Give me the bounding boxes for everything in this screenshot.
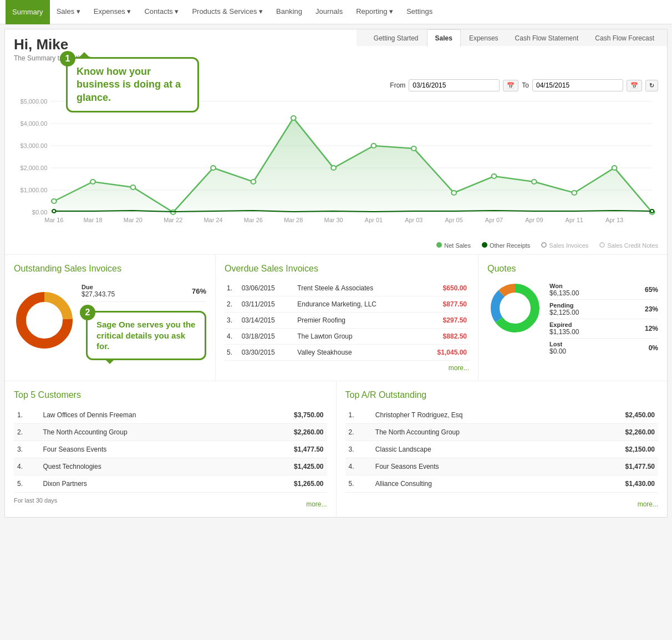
badge-2: 2	[80, 305, 95, 320]
top5-customers-section: Top 5 Customers 1. Law Offices of Dennis…	[5, 381, 337, 517]
row-amount: $1,265.00	[250, 475, 327, 493]
nav-banking[interactable]: Banking	[269, 0, 309, 24]
svg-text:Mar 16: Mar 16	[44, 217, 63, 223]
chart-svg: $5,000.00 $4,000.00 $3,000.00 $2,000.00 …	[14, 96, 658, 229]
legend-other-receipts: Other Receipts	[482, 242, 530, 249]
quotes-won-amount: $6,135.00	[549, 289, 579, 297]
table-row: 3. Classic Landscape $2,150.00	[345, 441, 659, 458]
due-row: Due $27,343.75 76%	[82, 280, 206, 302]
net-sales-dot	[331, 166, 336, 170]
svg-text:$5,000.00: $5,000.00	[21, 99, 48, 104]
tab-getting-started[interactable]: Getting Started	[365, 29, 427, 47]
due-pct: 76%	[187, 287, 206, 295]
top5-customers-title: Top 5 Customers	[14, 390, 327, 400]
invoice-details: Due $27,343.75 76% 2 Sage One serves you…	[82, 280, 206, 360]
row-num: 1.	[14, 407, 39, 424]
net-sales-dot	[411, 146, 416, 151]
from-date-input[interactable]	[409, 79, 500, 91]
invoice-content: Due $27,343.75 76% 2 Sage One serves you…	[14, 280, 206, 360]
quotes-section: Quotes	[478, 255, 667, 381]
nav-summary[interactable]: Summary	[6, 0, 50, 24]
net-sales-dot	[52, 199, 57, 203]
quotes-expired-pct: 12%	[645, 325, 658, 332]
row-amount: $2,260.00	[250, 424, 327, 441]
row-name: Trent Steele & Associates	[295, 280, 419, 296]
quotes-expired-amount: $1,135.00	[549, 328, 579, 336]
chart-legend: Net Sales Other Receipts Sales Invoices …	[14, 242, 658, 249]
quotes-won-label: Won	[549, 283, 579, 289]
overdue-more-link[interactable]: more...	[225, 364, 469, 372]
quotes-won-pct: 65%	[645, 286, 658, 294]
top-ar-more-link[interactable]: more...	[638, 500, 658, 508]
net-sales-dot	[251, 180, 256, 184]
tab-sales[interactable]: Sales	[427, 29, 461, 47]
quotes-lost-label: Lost	[549, 341, 566, 347]
refresh-btn[interactable]: ↻	[645, 80, 658, 91]
table-row: 1. 03/06/2015 Trent Steele & Associates …	[225, 280, 469, 296]
to-label: To	[522, 81, 529, 89]
svg-text:Apr 09: Apr 09	[525, 217, 543, 223]
tooltip-bubble-1: 1 Know how your business is doing at a g…	[66, 57, 199, 112]
table-row: 5. 03/30/2015 Valley Steakhouse $1,045.0…	[225, 345, 469, 361]
nav-expenses[interactable]: Expenses ▾	[87, 0, 138, 24]
nav-journals[interactable]: Journals	[309, 0, 349, 24]
net-sales-dot	[532, 180, 537, 184]
quotes-donut	[487, 280, 543, 336]
quotes-title: Quotes	[487, 264, 658, 274]
table-row: 2. 03/11/2015 Endurance Marketing, LLC $…	[225, 296, 469, 313]
nav-contacts[interactable]: Contacts ▾	[138, 0, 185, 24]
outstanding-invoices-section: Outstanding Sales Invoices	[5, 255, 216, 381]
row-amount: $882.50	[419, 329, 469, 345]
tab-cash-flow-forecast[interactable]: Cash Flow Forecast	[587, 29, 663, 47]
row-amount: $297.50	[419, 313, 469, 329]
row-amount: $3,750.00	[250, 407, 327, 424]
top5-footer: For last 30 days more...	[14, 497, 327, 508]
middle-sections: Outstanding Sales Invoices	[5, 255, 667, 381]
row-amount: $2,260.00	[578, 424, 658, 441]
row-num: 5.	[14, 475, 39, 493]
nav-products[interactable]: Products & Services ▾	[185, 0, 269, 24]
other-receipts-dot	[52, 209, 56, 213]
table-row: 2. The North Accounting Group $2,260.00	[345, 424, 659, 441]
top5-footer-text: For last 30 days	[14, 497, 57, 508]
to-calendar-btn[interactable]: 📅	[627, 80, 642, 91]
badge-1: 1	[60, 51, 75, 66]
svg-text:$1,000.00: $1,000.00	[21, 187, 48, 193]
row-num: 4.	[225, 329, 240, 345]
table-row: 3. 03/14/2015 Premier Roofing $297.50	[225, 313, 469, 329]
nav-reporting[interactable]: Reporting ▾	[349, 0, 400, 24]
svg-text:Mar 18: Mar 18	[83, 217, 102, 223]
quotes-content: Won $6,135.00 65% Pending $2,125.00 23%	[487, 280, 658, 357]
net-sales-dot	[130, 185, 135, 190]
other-receipts-dot	[650, 209, 654, 213]
row-date: 03/06/2015	[240, 280, 296, 296]
nav-sales[interactable]: Sales ▾	[50, 0, 87, 24]
quotes-lost-row: Lost $0.00 0%	[549, 339, 658, 357]
svg-point-33	[501, 294, 529, 322]
svg-text:$0.00: $0.00	[32, 209, 48, 215]
svg-text:Apr 13: Apr 13	[605, 217, 623, 223]
net-sales-dot	[612, 166, 617, 170]
row-name: The Lawton Group	[295, 329, 419, 345]
svg-text:$3,000.00: $3,000.00	[21, 143, 48, 149]
tab-expenses[interactable]: Expenses	[461, 29, 507, 47]
row-amount: $1,477.50	[578, 458, 658, 475]
svg-text:Apr 03: Apr 03	[405, 217, 422, 223]
svg-text:Apr 11: Apr 11	[566, 217, 583, 223]
tab-cash-flow[interactable]: Cash Flow Statement	[507, 29, 587, 47]
net-sales-dot	[371, 144, 376, 148]
quotes-pending-label: Pending	[549, 302, 579, 309]
legend-sales-invoices: Sales Invoices	[541, 242, 588, 249]
row-date: 03/14/2015	[240, 313, 296, 329]
to-date-input[interactable]	[532, 79, 623, 91]
row-num: 4.	[14, 458, 39, 475]
table-row: 5. Alliance Consulting $1,430.00	[345, 475, 659, 493]
from-calendar-btn[interactable]: 📅	[503, 80, 518, 91]
quotes-lost-pct: 0%	[649, 344, 658, 352]
top5-more-link[interactable]: more...	[306, 500, 327, 508]
nav-settings[interactable]: Settings	[400, 0, 439, 24]
row-name: Endurance Marketing, LLC	[295, 296, 419, 313]
row-name: Law Offices of Dennis Freeman	[39, 407, 250, 424]
row-num: 5.	[345, 475, 372, 493]
table-row: 5. Dixon Partners $1,265.00	[14, 475, 327, 493]
